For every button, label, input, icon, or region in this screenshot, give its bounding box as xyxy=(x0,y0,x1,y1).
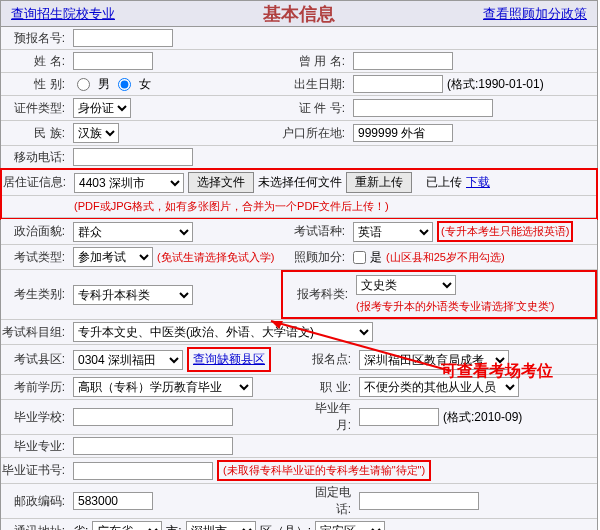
city-prefix: 市: xyxy=(166,523,181,531)
preedu-select[interactable]: 高职（专科）学历教育毕业 xyxy=(73,377,253,397)
gradyear-hint: (格式:2010-09) xyxy=(443,409,522,426)
query-quota-button[interactable]: 查询缺额县区 xyxy=(187,347,271,372)
hukou-input[interactable] xyxy=(353,124,453,142)
examlang-hint: (专升本考生只能选报英语) xyxy=(437,221,573,242)
political-select[interactable]: 群众 xyxy=(73,222,193,242)
district-label: 考试县区: xyxy=(1,351,71,368)
city-select[interactable]: 深圳市 xyxy=(186,521,256,530)
examlang-select[interactable]: 英语 xyxy=(353,222,433,242)
idno-label: 证 件 号: xyxy=(281,100,351,117)
male-text: 男 xyxy=(98,76,110,93)
gender-male-radio[interactable] xyxy=(77,78,90,91)
gradschool-label: 毕业学校: xyxy=(1,409,71,426)
prereg-label: 预报名号: xyxy=(1,30,71,47)
hukou-label: 户口所在地: xyxy=(281,125,351,142)
bonus-hint: (山区县和25岁不用勾选) xyxy=(386,250,505,265)
uploaded-text: 已上传 xyxy=(426,174,462,191)
gradcert-hint: (未取得专科毕业证的专科考生请输"待定") xyxy=(217,460,431,481)
ethnic-select[interactable]: 汉族 xyxy=(73,123,119,143)
gradcert-label: 毕业证书号: xyxy=(1,462,71,479)
job-label: 职 业: xyxy=(301,379,357,396)
gradyear-input[interactable] xyxy=(359,408,439,426)
examtype-label: 考试类型: xyxy=(1,249,71,266)
bonus-checkbox[interactable] xyxy=(353,251,366,264)
mobile-input[interactable] xyxy=(73,148,193,166)
subject-label: 报考科类: xyxy=(284,286,354,303)
dist-prefix: 区（县）: xyxy=(260,523,311,531)
tel-label: 固定电话: xyxy=(301,484,357,518)
bonus-label: 照顾加分: xyxy=(281,249,351,266)
subject-select[interactable]: 文史类 xyxy=(356,275,456,295)
mobile-label: 移动电话: xyxy=(1,149,71,166)
prov-select[interactable]: 广东省 xyxy=(92,521,162,530)
query-majors-link[interactable]: 查询招生院校专业 xyxy=(1,5,125,23)
name-label: 姓 名: xyxy=(1,53,71,70)
residence-select[interactable]: 4403 深圳市 xyxy=(74,173,184,193)
gradschool-input[interactable] xyxy=(73,408,233,426)
district-select[interactable]: 0304 深圳福田 xyxy=(73,350,183,370)
bonus-policy-link[interactable]: 查看照顾加分政策 xyxy=(473,5,597,23)
no-file-text: 未选择任何文件 xyxy=(258,174,342,191)
birth-hint: (格式:1990-01-01) xyxy=(447,76,544,93)
seat-annotation: 可查看考场考位 xyxy=(441,361,553,382)
site-label: 报名点: xyxy=(301,351,357,368)
postal-input[interactable] xyxy=(73,492,153,510)
examtype-select[interactable]: 参加考试 xyxy=(73,247,153,267)
dist-select[interactable]: 宝安区 xyxy=(315,521,385,530)
candidate-select[interactable]: 专科升本科类 xyxy=(73,285,193,305)
idtype-label: 证件类型: xyxy=(1,100,71,117)
preedu-label: 考前学历: xyxy=(1,379,71,396)
postal-label: 邮政编码: xyxy=(1,493,71,510)
gradmajor-input[interactable] xyxy=(73,437,233,455)
gradmajor-label: 毕业专业: xyxy=(1,438,71,455)
choose-file-button[interactable]: 选择文件 xyxy=(188,172,254,193)
gender-female-radio[interactable] xyxy=(118,78,131,91)
alias-label: 曾 用 名: xyxy=(281,53,351,70)
reupload-button[interactable]: 重新上传 xyxy=(346,172,412,193)
idtype-select[interactable]: 身份证 xyxy=(73,98,131,118)
addr-label: 通讯地址: xyxy=(1,523,71,531)
prov-prefix: 省: xyxy=(73,523,88,531)
gradcert-input[interactable] xyxy=(73,462,213,480)
subjgroup-label: 考试科目组: xyxy=(1,324,71,341)
gender-label: 性 别: xyxy=(1,76,71,93)
residence-hint: (PDF或JPG格式，如有多张图片，合并为一个PDF文件后上传！) xyxy=(74,199,389,214)
ethnic-label: 民 族: xyxy=(1,125,71,142)
political-label: 政治面貌: xyxy=(1,223,71,240)
prereg-input[interactable] xyxy=(73,29,173,47)
examtype-hint: (免试生请选择免试入学) xyxy=(157,250,274,265)
candidate-label: 考生类别: xyxy=(1,286,71,303)
tel-input[interactable] xyxy=(359,492,479,510)
download-link[interactable]: 下载 xyxy=(466,174,490,191)
residence-label: 居住证信息: xyxy=(2,174,72,191)
birth-input[interactable] xyxy=(353,75,443,93)
gradyear-label: 毕业年月: xyxy=(301,400,357,434)
page-title: 基本信息 xyxy=(125,2,473,26)
bonus-cb-text: 是 xyxy=(370,249,382,266)
examlang-label: 考试语种: xyxy=(281,223,351,240)
birth-label: 出生日期: xyxy=(281,76,351,93)
name-input[interactable] xyxy=(73,52,153,70)
female-text: 女 xyxy=(139,76,151,93)
alias-input[interactable] xyxy=(353,52,453,70)
subjgroup-select[interactable]: 专升本文史、中医类(政治、外语、大学语文) xyxy=(73,322,373,342)
subject-hint: (报考专升本的外语类专业请选择'文史类') xyxy=(356,299,555,314)
idno-input[interactable] xyxy=(353,99,493,117)
